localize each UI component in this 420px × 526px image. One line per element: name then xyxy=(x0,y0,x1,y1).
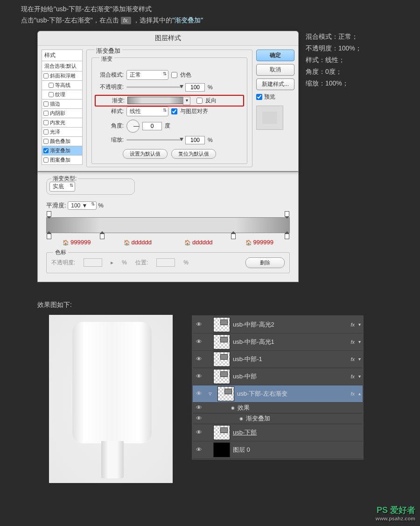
layers-panel: 👁usb-中部-高光2fx▾👁usb-中部-高光1fx▾👁usb-中部-1fx▾… xyxy=(191,315,364,460)
style-item[interactable]: 描边 xyxy=(42,100,83,109)
style-item-label: 描边 xyxy=(50,100,60,107)
blend-mode-select[interactable]: 正常 xyxy=(126,70,168,80)
style-item[interactable]: 纹理 xyxy=(42,90,83,100)
delete-stop-button[interactable]: 删除 xyxy=(245,257,285,268)
dither-checkbox[interactable] xyxy=(171,72,177,78)
style-checkbox[interactable] xyxy=(43,139,49,144)
layer-row[interactable]: 👁◉效果 xyxy=(193,403,363,413)
layer-row[interactable]: 👁usb-中部-高光1fx▾ xyxy=(193,334,363,351)
style-item[interactable]: 光泽 xyxy=(42,128,83,137)
layer-thumbnail xyxy=(213,369,230,384)
fx-chip: fx. xyxy=(121,17,132,24)
styles-list: 样式 混合选项:默认 斜面和浮雕等高线纹理描边内阴影内发光光泽颜色叠加渐变叠加图… xyxy=(42,50,83,167)
chevron-icon[interactable]: ▾ xyxy=(358,356,361,362)
layer-row[interactable]: 👁图层 0 xyxy=(193,441,363,459)
opacity-stop[interactable] xyxy=(47,211,51,217)
layer-name: usb-中部-高光1 xyxy=(233,338,348,346)
style-item-label: 颜色叠加 xyxy=(50,138,70,145)
fx-badge: fx xyxy=(350,339,355,345)
new-style-button[interactable]: 新建样式... xyxy=(256,78,294,90)
visibility-icon[interactable]: 👁 xyxy=(195,428,203,437)
layer-row[interactable]: 👁usb-中部-高光2fx▾ xyxy=(193,316,363,334)
result-label: 效果图如下: xyxy=(37,301,399,309)
color-stop[interactable] xyxy=(231,234,236,239)
preview-swatch xyxy=(256,106,283,130)
layer-thumbnail xyxy=(213,352,230,367)
style-select[interactable]: 线性 xyxy=(126,107,168,116)
style-item[interactable]: 内发光 xyxy=(42,118,83,128)
style-checkbox[interactable] xyxy=(43,129,49,135)
color-stop[interactable] xyxy=(47,234,51,239)
style-item[interactable]: 斜面和浮雕 xyxy=(42,71,83,81)
style-item-label: 光泽 xyxy=(50,128,60,135)
chevron-icon[interactable]: ▾ xyxy=(358,374,361,379)
reverse-checkbox[interactable] xyxy=(196,98,203,104)
blend-mode-label: 混合模式: xyxy=(97,71,124,79)
side-summary: 混合模式：正常； 不透明度：100%； 样式：线性； 角度：0度； 缩放：100… xyxy=(306,31,362,90)
smoothness-select[interactable]: 100 ▼ xyxy=(68,201,96,210)
gradient-picker[interactable] xyxy=(127,97,183,104)
layer-name: usb-下部 xyxy=(233,428,361,437)
layer-name: usb-中部-高光2 xyxy=(233,320,348,329)
style-item[interactable]: 渐变叠加 xyxy=(42,146,83,156)
gradient-label: 渐变: xyxy=(98,97,125,105)
style-checkbox[interactable] xyxy=(49,83,54,88)
visibility-icon[interactable]: 👁 xyxy=(195,320,203,329)
style-checkbox[interactable] xyxy=(43,157,49,163)
reset-default-button[interactable]: 复位为默认值 xyxy=(171,149,216,159)
style-checkbox[interactable] xyxy=(49,92,54,97)
layer-row[interactable]: 👁usb-下部 xyxy=(193,424,363,441)
angle-dial[interactable] xyxy=(126,120,140,133)
preview-checkbox[interactable] xyxy=(256,94,262,100)
ok-button[interactable]: 确定 xyxy=(256,50,294,61)
style-item[interactable]: 颜色叠加 xyxy=(42,137,83,146)
visibility-icon[interactable]: 👁 xyxy=(195,338,203,346)
layer-row[interactable]: 👁◉渐变叠加 xyxy=(193,413,363,424)
style-item[interactable]: 等高线 xyxy=(42,81,83,90)
visibility-icon[interactable]: 👁 xyxy=(195,372,203,381)
color-stop[interactable] xyxy=(100,234,105,239)
opacity-stop[interactable] xyxy=(285,211,289,217)
smoothness-label: 平滑度: xyxy=(46,202,66,209)
opacity-slider[interactable] xyxy=(126,86,182,88)
inner-legend: 渐变 xyxy=(99,55,114,63)
gradient-ramp[interactable] xyxy=(46,217,290,233)
align-checkbox[interactable] xyxy=(171,108,177,114)
color-stop[interactable] xyxy=(285,234,289,239)
stop-opacity-input xyxy=(84,258,102,267)
scale-input[interactable] xyxy=(185,136,205,144)
style-item-label: 内阴影 xyxy=(50,110,65,117)
angle-input[interactable] xyxy=(142,122,162,130)
visibility-icon[interactable]: 👁 xyxy=(195,355,203,363)
layer-row[interactable]: 👁▿usb-下部-左右渐变fx▴ xyxy=(193,385,363,403)
visibility-icon[interactable]: 👁 xyxy=(195,414,203,423)
layer-name: usb-下部-左右渐变 xyxy=(237,390,348,398)
stop-position-input xyxy=(156,258,175,267)
layer-thumbnail xyxy=(213,425,230,440)
set-default-button[interactable]: 设置为默认值 xyxy=(123,149,168,159)
stop-position-label: 位置: xyxy=(135,259,148,267)
opacity-input[interactable] xyxy=(185,83,205,92)
style-checkbox[interactable] xyxy=(43,101,49,107)
style-checkbox[interactable] xyxy=(43,148,49,153)
visibility-icon[interactable]: 👁 xyxy=(195,404,203,412)
layer-row[interactable]: 👁usb-中部-1fx▾ xyxy=(193,351,363,368)
chevron-icon[interactable]: ▾ xyxy=(358,322,361,327)
styles-header[interactable]: 样式 xyxy=(42,50,83,61)
visibility-icon[interactable]: 👁 xyxy=(195,390,203,398)
style-item[interactable]: 图案叠加 xyxy=(42,156,83,165)
style-checkbox[interactable] xyxy=(43,73,49,78)
layer-name: 渐变叠加 xyxy=(246,414,361,423)
cancel-button[interactable]: 取消 xyxy=(256,64,294,76)
chevron-icon[interactable]: ▾ xyxy=(358,339,361,344)
scale-slider[interactable] xyxy=(126,139,182,141)
visibility-icon[interactable]: 👁 xyxy=(195,446,203,454)
style-checkbox[interactable] xyxy=(43,120,49,125)
layer-row[interactable]: 👁usb-中部fx▾ xyxy=(193,368,363,385)
style-item[interactable]: 内阴影 xyxy=(42,109,83,118)
gradient-type-select[interactable]: 实底 xyxy=(49,182,75,192)
chevron-icon[interactable]: ▴ xyxy=(358,391,361,396)
preview-label: 预览 xyxy=(264,93,275,101)
blend-options-default[interactable]: 混合选项:默认 xyxy=(42,61,83,71)
style-checkbox[interactable] xyxy=(43,111,49,116)
